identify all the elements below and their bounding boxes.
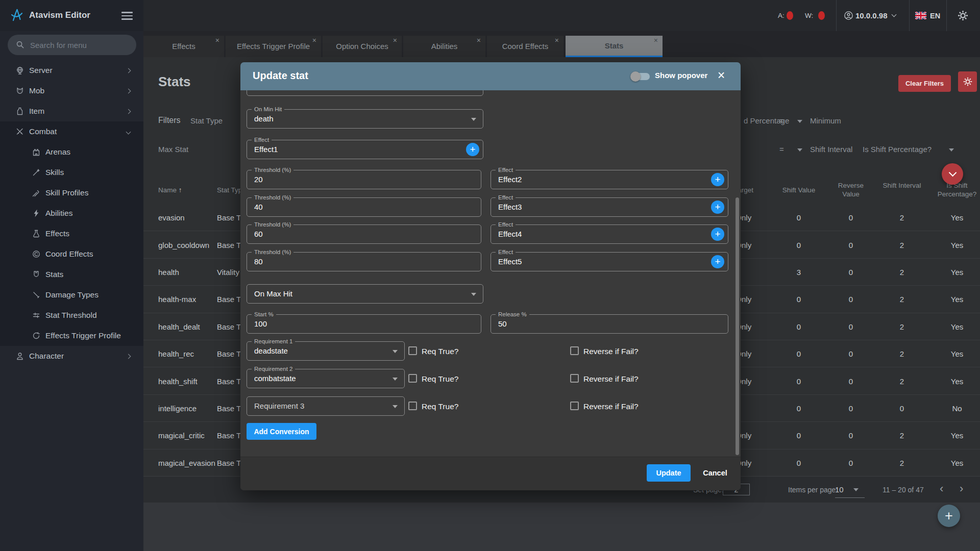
reverse-if-fail-label: Reverse if Fail? xyxy=(583,402,639,411)
reverse-if-fail-checkbox[interactable] xyxy=(570,374,579,383)
plus-icon[interactable]: + xyxy=(466,143,479,156)
close-icon[interactable]: × xyxy=(215,37,219,44)
filter-is-shift-percentage[interactable]: Is Shift Percentage? xyxy=(863,145,932,154)
reverse-if-fail-checkbox[interactable] xyxy=(570,402,579,410)
filter-shift-interval[interactable]: Shift Interval xyxy=(810,145,852,154)
start-percent-input[interactable]: Start % 100 xyxy=(247,314,481,334)
sidebar-item-effects[interactable]: Effects xyxy=(0,223,143,244)
cancel-button[interactable]: Cancel xyxy=(699,464,731,482)
tab-option-choices[interactable]: Option Choices × xyxy=(323,36,402,57)
clear-filters-button[interactable]: Clear Filters xyxy=(898,75,951,92)
close-icon[interactable]: × xyxy=(393,37,397,44)
scroll-down-button[interactable] xyxy=(942,163,963,185)
search-input[interactable] xyxy=(30,35,130,55)
effect-field[interactable]: Effect Effect4 + xyxy=(491,224,728,244)
sidebar-item-stat-threshold[interactable]: Stat Threshold xyxy=(0,305,143,325)
tab-stats[interactable]: Stats × xyxy=(566,36,663,57)
requirement-2-select[interactable]: Requirement 2 combatstate xyxy=(247,369,405,388)
tab-effects-trigger-profile[interactable]: Effects Trigger Profile × xyxy=(226,36,321,57)
server-ip-selector[interactable]: 10.0.0.98 xyxy=(855,0,888,31)
threshold-row: Threshold (%) 60 Effect Effect4 + xyxy=(240,224,741,252)
sidebar-item-coord-effects[interactable]: Coord Effects xyxy=(0,244,143,264)
sidebar-item-skills[interactable]: Skills xyxy=(0,162,143,183)
req-true-checkbox[interactable] xyxy=(408,374,417,383)
language-selector[interactable]: EN xyxy=(930,0,940,31)
sidebar-item-abilities[interactable]: Abilities xyxy=(0,203,143,223)
update-button[interactable]: Update xyxy=(647,464,691,482)
filter-operator-2[interactable]: = xyxy=(779,145,784,154)
effect-field[interactable]: Effect Effect2 + xyxy=(491,170,728,189)
chevron-down-icon[interactable] xyxy=(797,148,802,152)
cell-shift-interval: 2 xyxy=(881,213,922,222)
threshold-input[interactable]: Threshold (%) 60 xyxy=(247,224,481,244)
menu-icon[interactable] xyxy=(121,12,133,22)
threshold-input[interactable]: Threshold (%) 80 xyxy=(247,252,481,271)
add-stat-button[interactable]: + xyxy=(938,505,960,527)
filter-operator[interactable]: = xyxy=(779,116,784,125)
sidebar-item-item[interactable]: Item xyxy=(0,101,143,121)
on-max-hit-select[interactable]: On Max Hit xyxy=(247,284,483,304)
column-name[interactable]: Name ↑ xyxy=(158,186,182,194)
close-icon[interactable]: × xyxy=(312,37,316,44)
release-percent-input[interactable]: Release % 50 xyxy=(491,314,728,334)
filter-stat-type[interactable]: Stat Type xyxy=(190,116,223,125)
sidebar-item-arenas[interactable]: Arenas xyxy=(0,142,143,162)
filter-minimum[interactable]: Minimum xyxy=(810,116,841,125)
tab-coord-effects[interactable]: Coord Effects × xyxy=(487,36,564,57)
add-conversion-button[interactable]: Add Conversion xyxy=(247,423,316,440)
sidebar-item-stats[interactable]: Stats xyxy=(0,264,143,285)
cell-reverse-value: 0 xyxy=(830,431,871,440)
next-page-icon[interactable]: › xyxy=(960,482,963,495)
chevron-down-icon[interactable] xyxy=(949,148,954,152)
req-true-checkbox[interactable] xyxy=(408,346,417,355)
threshold-input[interactable]: Threshold (%) 40 xyxy=(247,197,481,217)
chevron-down-icon[interactable] xyxy=(892,0,896,31)
chevron-down-icon[interactable] xyxy=(853,488,859,491)
items-per-page-select[interactable]: 10 xyxy=(835,485,844,494)
sidebar-item-mob[interactable]: Mob xyxy=(0,81,143,101)
filter-max-stat[interactable]: Max Stat xyxy=(158,145,188,154)
modal-scrollbar[interactable] xyxy=(736,197,739,455)
cell-shift-value: 0 xyxy=(778,377,819,385)
close-icon[interactable]: × xyxy=(555,37,559,44)
show-popover-toggle[interactable] xyxy=(631,73,650,80)
effect-field[interactable]: Effect Effect3 + xyxy=(491,197,728,217)
sidebar-item-character[interactable]: Character xyxy=(0,346,143,366)
requirement-3-select[interactable]: Requirement 3 xyxy=(247,396,405,416)
close-icon[interactable]: × xyxy=(477,37,481,44)
sidebar-item-server[interactable]: Server xyxy=(0,60,143,81)
table-settings-button[interactable] xyxy=(958,71,977,92)
previous-page-icon[interactable]: ‹ xyxy=(940,482,943,495)
status-w-label: W: xyxy=(805,0,813,31)
close-icon[interactable]: × xyxy=(654,37,658,44)
threshold-row: Threshold (%) 20 Effect Effect2 + xyxy=(240,170,741,197)
effect-field[interactable]: Effect Effect1 + xyxy=(247,140,483,159)
uk-flag-icon[interactable] xyxy=(915,0,926,31)
column-reverse-value[interactable]: Reverse Value xyxy=(830,181,871,198)
column-shift-value[interactable]: Shift Value xyxy=(778,186,819,194)
gear-icon[interactable] xyxy=(957,0,969,31)
requirement-1-select[interactable]: Requirement 1 deadstate xyxy=(247,341,405,361)
tab-effects[interactable]: Effects × xyxy=(143,36,224,57)
effect-field[interactable]: Effect Effect5 + xyxy=(491,252,728,271)
close-icon[interactable]: × xyxy=(714,67,728,83)
plus-icon[interactable]: + xyxy=(711,255,724,268)
column-shift-interval[interactable]: Shift Interval xyxy=(881,181,922,190)
sidebar-item-damage-types[interactable]: Damage Types xyxy=(0,285,143,305)
threshold-input[interactable]: Threshold (%) 20 xyxy=(247,170,481,189)
sidebar-group-combat: Combat Arenas Skills Skill Profiles xyxy=(0,121,143,346)
sidebar-item-effects-trigger-profile[interactable]: Effects Trigger Profile xyxy=(0,325,143,346)
plus-icon[interactable]: + xyxy=(711,201,724,214)
sidebar-item-combat[interactable]: Combat xyxy=(0,121,143,142)
tab-abilities[interactable]: Abilities × xyxy=(403,36,485,57)
sidebar-item-skill-profiles[interactable]: Skill Profiles xyxy=(0,183,143,203)
cell-shift-interval: 2 xyxy=(881,322,922,331)
chevron-down-icon[interactable] xyxy=(797,120,802,123)
reverse-if-fail-checkbox[interactable] xyxy=(570,346,579,355)
req-true-checkbox[interactable] xyxy=(408,402,417,410)
mob-icon xyxy=(15,86,24,95)
status-a-dot xyxy=(787,11,793,20)
on-min-hit-select[interactable]: On Min Hit death xyxy=(247,109,483,129)
plus-icon[interactable]: + xyxy=(711,173,724,186)
plus-icon[interactable]: + xyxy=(711,228,724,241)
